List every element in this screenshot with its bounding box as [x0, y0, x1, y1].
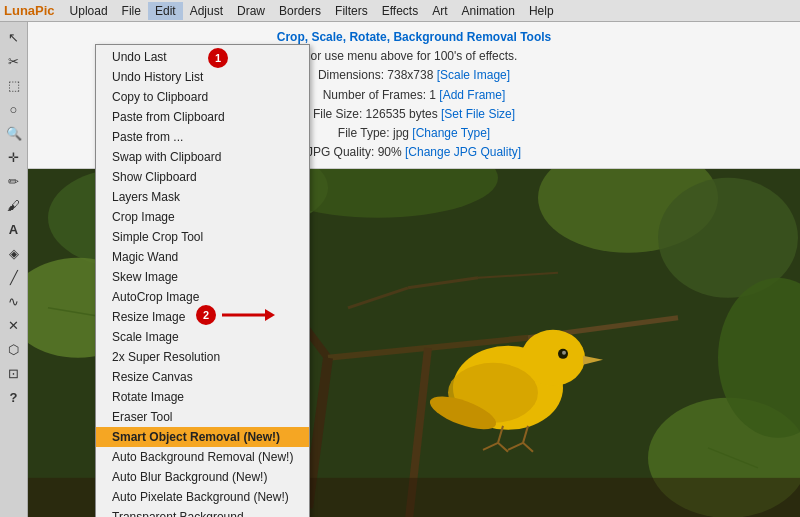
info-subtitle: or use menu above for 100's of effects.	[311, 49, 518, 63]
tool-text[interactable]: A	[3, 218, 25, 240]
tool-move[interactable]: ✛	[3, 146, 25, 168]
edit-dropdown-menu: Undo Last Undo History List Copy to Clip…	[95, 44, 310, 517]
tool-crop[interactable]: ✂	[3, 50, 25, 72]
menu-filters[interactable]: Filters	[328, 2, 375, 20]
set-filesize-link[interactable]: [Set File Size]	[441, 107, 515, 121]
tool-select[interactable]: ↖	[3, 26, 25, 48]
info-title: Crop, Scale, Rotate, Background Removal …	[277, 30, 552, 44]
menu-draw[interactable]: Draw	[230, 2, 272, 20]
tool-pencil[interactable]: ✏	[3, 170, 25, 192]
quality-label: JPG Quality: 90%	[307, 145, 402, 159]
menu-undo-history[interactable]: Undo History List	[96, 67, 309, 87]
menu-adjust[interactable]: Adjust	[183, 2, 230, 20]
menu-skew-image[interactable]: Skew Image	[96, 267, 309, 287]
tool-zoom[interactable]: 🔍	[3, 122, 25, 144]
scale-image-link[interactable]: [Scale Image]	[437, 68, 510, 82]
left-toolbar: ↖ ✂ ⬚ ○ 🔍 ✛ ✏ 🖌 A ◈ ╱ ∿ ✕ ⬡ ⊡ ?	[0, 22, 28, 517]
menu-art[interactable]: Art	[425, 2, 454, 20]
menu-auto-bg-removal[interactable]: Auto Background Removal (New!)	[96, 447, 309, 467]
menu-crop-image[interactable]: Crop Image	[96, 207, 309, 227]
menu-smart-object-removal[interactable]: Smart Object Removal (New!)	[96, 427, 309, 447]
tool-eraser[interactable]: ✕	[3, 314, 25, 336]
menu-auto-pixelate-bg[interactable]: Auto Pixelate Background (New!)	[96, 487, 309, 507]
menu-swap-clipboard[interactable]: Swap with Clipboard	[96, 147, 309, 167]
menu-upload[interactable]: Upload	[63, 2, 115, 20]
menu-resize-canvas[interactable]: Resize Canvas	[96, 367, 309, 387]
tool-help[interactable]: ?	[3, 386, 25, 408]
filetype-label: File Type: jpg	[338, 126, 409, 140]
menu-magic-wand[interactable]: Magic Wand	[96, 247, 309, 267]
change-type-link[interactable]: [Change Type]	[412, 126, 490, 140]
menu-resize-image[interactable]: Resize Image	[96, 307, 309, 327]
add-frame-link[interactable]: [Add Frame]	[439, 88, 505, 102]
svg-point-19	[562, 351, 566, 355]
change-quality-link[interactable]: [Change JPG Quality]	[405, 145, 521, 159]
menu-animation[interactable]: Animation	[455, 2, 522, 20]
menu-super-resolution[interactable]: 2x Super Resolution	[96, 347, 309, 367]
frames-label: Number of Frames: 1	[323, 88, 436, 102]
tool-smudge[interactable]: ∿	[3, 290, 25, 312]
menu-file[interactable]: File	[115, 2, 148, 20]
menu-simple-crop[interactable]: Simple Crop Tool	[96, 227, 309, 247]
menu-eraser-tool[interactable]: Eraser Tool	[96, 407, 309, 427]
content-area: Crop, Scale, Rotate, Background Removal …	[28, 22, 800, 517]
menu-autocrop[interactable]: AutoCrop Image	[96, 287, 309, 307]
tool-frame[interactable]: ⊡	[3, 362, 25, 384]
menu-layers-mask[interactable]: Layers Mask	[96, 187, 309, 207]
menu-help[interactable]: Help	[522, 2, 561, 20]
tool-shape[interactable]: ⬡	[3, 338, 25, 360]
app-logo: LunaPic	[4, 3, 55, 18]
menu-transparent-bg[interactable]: Transparent Background	[96, 507, 309, 517]
menu-undo-last[interactable]: Undo Last	[96, 47, 309, 67]
menu-show-clipboard[interactable]: Show Clipboard	[96, 167, 309, 187]
filesize-label: File Size: 126535 bytes	[313, 107, 438, 121]
menu-scale-image[interactable]: Scale Image	[96, 327, 309, 347]
menubar: LunaPic Upload File Edit Adjust Draw Bor…	[0, 0, 800, 22]
menu-auto-blur-bg[interactable]: Auto Blur Background (New!)	[96, 467, 309, 487]
menu-effects[interactable]: Effects	[375, 2, 425, 20]
tool-ellipse[interactable]: ○	[3, 98, 25, 120]
menu-paste-from[interactable]: Paste from ...	[96, 127, 309, 147]
dimensions-label: Dimensions: 738x738	[318, 68, 433, 82]
menu-paste-clipboard[interactable]: Paste from Clipboard	[96, 107, 309, 127]
menu-borders[interactable]: Borders	[272, 2, 328, 20]
tool-line[interactable]: ╱	[3, 266, 25, 288]
tool-brush[interactable]: 🖌	[3, 194, 25, 216]
tool-fill[interactable]: ◈	[3, 242, 25, 264]
main-layout: ↖ ✂ ⬚ ○ 🔍 ✛ ✏ 🖌 A ◈ ╱ ∿ ✕ ⬡ ⊡ ? Crop, Sc…	[0, 22, 800, 517]
tool-rectangle[interactable]: ⬚	[3, 74, 25, 96]
menu-copy-clipboard[interactable]: Copy to Clipboard	[96, 87, 309, 107]
menu-edit[interactable]: Edit	[148, 2, 183, 20]
menu-rotate-image[interactable]: Rotate Image	[96, 387, 309, 407]
